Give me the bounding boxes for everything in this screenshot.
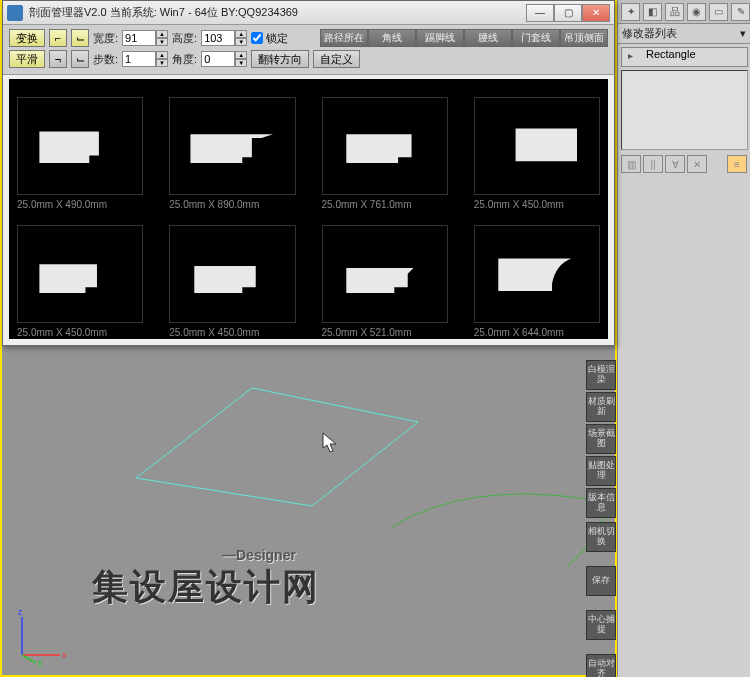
profile-grid: 25.0mm X 490.0mm 25.0mm X 890.0mm 25.0mm…	[9, 79, 608, 339]
axis-y-label: y	[38, 657, 43, 667]
height-spinner[interactable]: ▲▼	[201, 30, 247, 46]
down-icon[interactable]: ▼	[235, 38, 247, 46]
replace-button[interactable]: 变换	[9, 29, 45, 47]
modifier-list-header[interactable]: 修改器列表 ▾	[618, 24, 750, 44]
down-icon[interactable]: ▼	[235, 59, 247, 67]
thumb-caption: 25.0mm X 890.0mm	[169, 199, 295, 215]
height-label: 高度:	[172, 31, 197, 46]
unique-icon[interactable]: ∀	[665, 155, 685, 173]
cursor-icon	[322, 432, 340, 454]
display-tab-icon[interactable]: ▭	[709, 3, 728, 21]
up-icon[interactable]: ▲	[235, 30, 247, 38]
up-icon[interactable]: ▲	[156, 30, 168, 38]
close-button[interactable]: ✕	[582, 4, 610, 22]
profile-thumb[interactable]: 25.0mm X 761.0mm	[322, 97, 448, 215]
width-input[interactable]	[122, 30, 156, 46]
wireframe-rectangle[interactable]	[132, 382, 422, 512]
minimize-button[interactable]: —	[526, 4, 554, 22]
side-btn-matrefresh[interactable]: 材质刷新	[586, 392, 616, 422]
side-btn-camera[interactable]: 相机切换	[586, 522, 616, 552]
create-tab-icon[interactable]: ✦	[621, 3, 640, 21]
axis-x-label: x	[62, 650, 67, 660]
side-btn-whiterender[interactable]: 白模渲染	[586, 360, 616, 390]
cat-corner[interactable]: 角线	[368, 29, 416, 47]
app-icon	[7, 5, 23, 21]
titlebar[interactable]: 剖面管理器V2.0 当前系统: Win7 - 64位 BY:QQ9234369 …	[3, 1, 614, 25]
smooth-button[interactable]: 平滑	[9, 50, 45, 68]
dropdown-icon: ▾	[740, 27, 746, 40]
thumb-caption: 25.0mm X 450.0mm	[474, 199, 600, 215]
show-end-icon[interactable]: ||	[643, 155, 663, 173]
command-panel: ✦ ◧ 品 ◉ ▭ ✎ 修改器列表 ▾ Rectangle ▥ || ∀ ✕ ≡	[617, 0, 750, 677]
pin-stack-icon[interactable]: ▥	[621, 155, 641, 173]
thumb-caption: 25.0mm X 644.0mm	[474, 327, 600, 339]
profile-thumb[interactable]: 25.0mm X 890.0mm	[169, 97, 295, 215]
utilities-tab-icon[interactable]: ✎	[731, 3, 750, 21]
window-buttons: — ▢ ✕	[526, 4, 610, 22]
profile-thumb[interactable]: 25.0mm X 521.0mm	[322, 225, 448, 339]
custom-button[interactable]: 自定义	[313, 50, 360, 68]
angle-label: 角度:	[172, 52, 197, 67]
corner-br-icon[interactable]: ⌙	[71, 29, 89, 47]
axis-z-label: z	[18, 607, 23, 617]
width-spinner[interactable]: ▲▼	[122, 30, 168, 46]
axis-gizmo: z x y	[12, 605, 72, 665]
side-btn-snap[interactable]: 中心捕捉	[586, 610, 616, 640]
profile-thumb[interactable]: 25.0mm X 644.0mm	[474, 225, 600, 339]
thumb-caption: 25.0mm X 761.0mm	[322, 199, 448, 215]
modifier-stack[interactable]	[621, 70, 748, 150]
motion-tab-icon[interactable]: ◉	[687, 3, 706, 21]
down-icon[interactable]: ▼	[156, 38, 168, 46]
profile-thumb[interactable]: 25.0mm X 450.0mm	[17, 225, 143, 339]
thumb-caption: 25.0mm X 450.0mm	[17, 327, 143, 339]
lock-check-input[interactable]	[251, 32, 263, 44]
modifier-controls: ▥ || ∀ ✕ ≡	[621, 153, 747, 175]
watermark-brand: 集设屋设计网	[92, 566, 320, 607]
lock-label: 锁定	[266, 31, 288, 46]
cat-ceiling[interactable]: 吊顶侧面	[560, 29, 608, 47]
configure-icon[interactable]: ≡	[727, 155, 747, 173]
profile-thumb[interactable]: 25.0mm X 450.0mm	[169, 225, 295, 339]
height-input[interactable]	[201, 30, 235, 46]
down-icon[interactable]: ▼	[156, 59, 168, 67]
modify-tab-icon[interactable]: ◧	[643, 3, 662, 21]
command-panel-tabs: ✦ ◧ 品 ◉ ▭ ✎	[618, 0, 750, 24]
category-bar: 路径所在 角线 踢脚线 腰线 门套线 吊顶侧面	[320, 29, 608, 47]
side-btn-screenshot[interactable]: 场景截图	[586, 424, 616, 454]
side-btn-align[interactable]: 自动对齐	[586, 654, 616, 677]
angle-spinner[interactable]: ▲▼	[201, 51, 247, 67]
angle-input[interactable]	[201, 51, 235, 67]
remove-mod-icon[interactable]: ✕	[687, 155, 707, 173]
wireframe-ellipse[interactable]	[387, 487, 617, 587]
up-icon[interactable]: ▲	[235, 51, 247, 59]
thumb-caption: 25.0mm X 521.0mm	[322, 327, 448, 339]
corner-bl-icon[interactable]: ⌙	[71, 50, 89, 68]
corner-tr-icon[interactable]: ¬	[49, 50, 67, 68]
side-btn-save[interactable]: 保存	[586, 566, 616, 596]
watermark: —Designer 集设屋设计网	[92, 547, 320, 612]
profile-thumb[interactable]: 25.0mm X 450.0mm	[474, 97, 600, 215]
thumb-caption: 25.0mm X 450.0mm	[169, 327, 295, 339]
hierarchy-tab-icon[interactable]: 品	[665, 3, 684, 21]
profile-thumb[interactable]: 25.0mm X 490.0mm	[17, 97, 143, 215]
flip-button[interactable]: 翻转方向	[251, 50, 309, 68]
width-label: 宽度:	[93, 31, 118, 46]
side-toolbar-lower: 相机切换 保存 中心捕捉 自动对齐 渲染查看	[586, 522, 616, 677]
corner-tl-icon[interactable]: ⌐	[49, 29, 67, 47]
cat-chair[interactable]: 腰线	[464, 29, 512, 47]
up-icon[interactable]: ▲	[156, 51, 168, 59]
cat-doorframe[interactable]: 门套线	[512, 29, 560, 47]
modifier-list-label: 修改器列表	[622, 26, 677, 41]
maximize-button[interactable]: ▢	[554, 4, 582, 22]
side-btn-texture[interactable]: 贴图处理	[586, 456, 616, 486]
cat-path[interactable]: 路径所在	[320, 29, 368, 47]
thumb-caption: 25.0mm X 490.0mm	[17, 199, 143, 215]
steps-spinner[interactable]: ▲▼	[122, 51, 168, 67]
cat-baseboard[interactable]: 踢脚线	[416, 29, 464, 47]
lock-checkbox[interactable]: 锁定	[251, 31, 288, 46]
steps-input[interactable]	[122, 51, 156, 67]
side-btn-version[interactable]: 版本信息	[586, 488, 616, 518]
svg-marker-0	[136, 388, 418, 506]
modifier-stack-item[interactable]: Rectangle	[621, 47, 748, 67]
steps-label: 步数:	[93, 52, 118, 67]
